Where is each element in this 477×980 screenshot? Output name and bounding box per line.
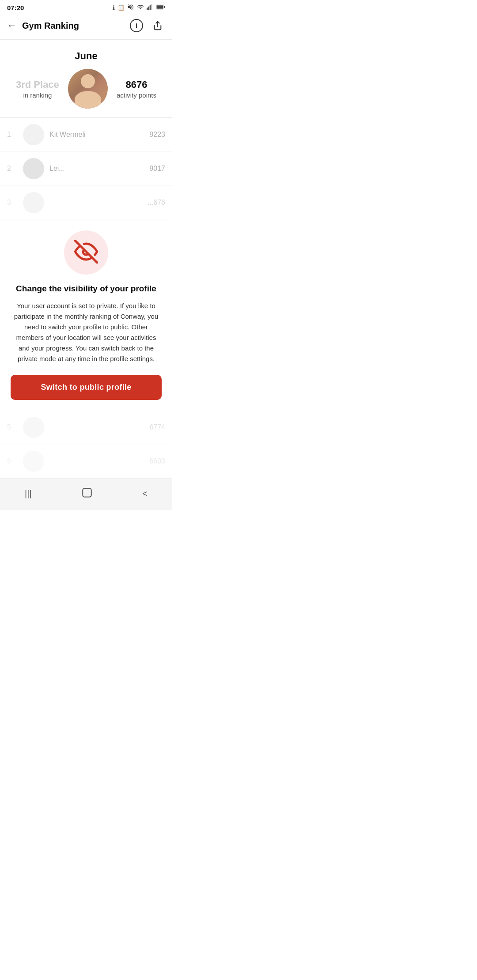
rank-avatar — [23, 192, 44, 213]
profile-section: June 3rd Place in ranking 8676 activity … — [0, 40, 172, 118]
rank-name: Lei... — [49, 165, 149, 173]
svg-rect-3 — [151, 4, 152, 10]
header-right: i — [129, 18, 165, 33]
rank-avatar — [23, 124, 44, 145]
page-title: Gym Ranking — [22, 21, 79, 31]
avatar-image — [68, 69, 108, 109]
home-nav-button[interactable] — [72, 485, 102, 502]
ranking-item: 6 6603 — [0, 445, 172, 479]
rank-number: 3 — [7, 199, 18, 207]
share-button[interactable] — [150, 18, 165, 33]
status-time: 07:20 — [7, 4, 24, 11]
visibility-description: Your user account is set to private. If … — [11, 301, 162, 364]
svg-rect-9 — [83, 488, 91, 497]
home-icon — [81, 487, 93, 498]
clipboard-status-icon: 📋 — [117, 4, 125, 11]
info-circle-icon: i — [130, 19, 143, 32]
status-bar: 07:20 ℹ 📋 — [0, 0, 172, 14]
rank-avatar — [23, 451, 44, 472]
ranking-item: 1 Kit Wermeli 9223 — [0, 118, 172, 152]
points-stat: 8676 activity points — [117, 79, 156, 99]
visibility-modal-overlay: Change the visibility of your profile Yo… — [0, 220, 172, 411]
profile-avatar — [68, 69, 108, 109]
visibility-icon-container — [64, 230, 108, 275]
rank-number: 6 — [7, 457, 18, 465]
svg-rect-0 — [147, 8, 148, 10]
rank-number: 2 — [7, 165, 18, 173]
ranking-item: 2 Lei... 9017 — [0, 152, 172, 186]
ranking-item: 3 ...676 — [0, 186, 172, 220]
svg-rect-5 — [164, 6, 165, 8]
back-nav-button[interactable]: < — [133, 487, 156, 501]
battery-icon — [156, 4, 165, 11]
place-sublabel: in ranking — [16, 91, 59, 99]
mute-icon — [127, 4, 134, 12]
rank-score: ...676 — [148, 199, 165, 207]
rank-score: 6774 — [149, 423, 165, 431]
profile-stats: 3rd Place in ranking 8676 activity point… — [7, 69, 165, 109]
header-left: ← Gym Ranking — [7, 18, 79, 33]
status-icons: ℹ 📋 — [113, 4, 165, 12]
rank-score: 9017 — [149, 165, 165, 173]
ranking-list-background: 1 Kit Wermeli 9223 2 Lei... 9017 3 ...67… — [0, 118, 172, 479]
back-button[interactable]: ← — [7, 18, 20, 33]
profile-month: June — [75, 50, 97, 62]
share-icon — [153, 21, 163, 30]
visibility-title: Change the visibility of your profile — [16, 283, 156, 294]
rank-stat: 3rd Place in ranking — [16, 79, 59, 99]
svg-rect-2 — [150, 5, 151, 10]
app-header: ← Gym Ranking i — [0, 14, 172, 40]
rank-score: 9223 — [149, 131, 165, 139]
menu-nav-button[interactable]: ||| — [16, 487, 41, 501]
info-status-icon: ℹ — [113, 4, 115, 11]
points-label: activity points — [117, 91, 156, 99]
switch-to-public-button[interactable]: Switch to public profile — [11, 375, 162, 400]
svg-rect-1 — [148, 7, 149, 10]
signal-icon — [147, 4, 154, 11]
rank-number: 1 — [7, 131, 18, 139]
place-label: 3rd Place — [16, 79, 59, 90]
points-value: 8676 — [117, 79, 156, 90]
svg-rect-6 — [157, 5, 163, 8]
rank-number: 5 — [7, 423, 18, 431]
rank-score: 6603 — [149, 457, 165, 465]
wifi-icon — [137, 4, 144, 12]
info-button[interactable]: i — [129, 18, 144, 33]
ranking-item: 5 6774 — [0, 411, 172, 445]
rank-name: Kit Wermeli — [49, 131, 149, 139]
eye-slash-icon — [74, 240, 98, 265]
rank-avatar — [23, 158, 44, 179]
visibility-card: Change the visibility of your profile Yo… — [0, 220, 172, 411]
rank-avatar — [23, 417, 44, 438]
bottom-navigation: ||| < — [0, 479, 172, 510]
